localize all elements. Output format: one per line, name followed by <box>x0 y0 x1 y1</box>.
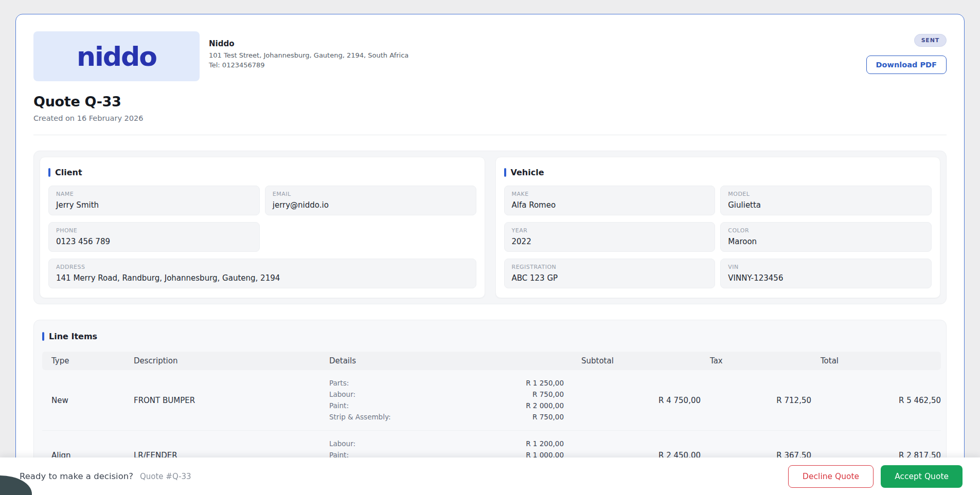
table-row: New FRONT BUMPER Parts: R 1 250,00 Labou… <box>42 370 941 431</box>
vehicle-fields: MAKE Alfa Romeo MODEL Giulietta YEAR 202… <box>504 186 932 288</box>
vehicle-model-field: MODEL Giulietta <box>720 186 932 215</box>
company-phone: Tel: 0123456789 <box>209 61 408 69</box>
client-name-field: NAME Jerry Smith <box>48 186 260 215</box>
vehicle-vin-field: VIN VINNY-123456 <box>720 259 932 288</box>
item-type: New <box>42 370 124 431</box>
vehicle-year-field: YEAR 2022 <box>504 222 716 252</box>
decision-buttons: Decline Quote Accept Quote <box>788 465 963 488</box>
vehicle-registration-field: REGISTRATION ABC 123 GP <box>504 259 716 288</box>
quote-card: niddo Niddo 101 Test Street, Johannesbur… <box>15 14 965 495</box>
niddo-logo-text: niddo <box>77 43 156 70</box>
client-phone-field: PHONE 0123 456 789 <box>48 222 260 252</box>
client-email-field: EMAIL jerry@niddo.io <box>265 186 476 215</box>
quote-reference: Quote #Q-33 <box>140 472 191 481</box>
column-header-details: Details <box>320 352 572 370</box>
heading-accent-bar <box>504 168 506 177</box>
download-pdf-button[interactable]: Download PDF <box>866 56 947 74</box>
column-header-tax: Tax <box>701 352 811 370</box>
header-actions: SENT Download PDF <box>866 31 947 74</box>
empty-grid-cell <box>265 222 476 252</box>
accept-quote-button[interactable]: Accept Quote <box>881 465 963 488</box>
client-fields: NAME Jerry Smith EMAIL jerry@niddo.io PH… <box>48 186 476 288</box>
column-header-subtotal: Subtotal <box>572 352 701 370</box>
header-divider <box>33 135 947 135</box>
table-header-row: Type Description Details Subtotal Tax To… <box>42 352 941 370</box>
vehicle-make-field: MAKE Alfa Romeo <box>504 186 716 215</box>
item-description: FRONT BUMPER <box>124 370 320 431</box>
company-info: Niddo 101 Test Street, Johannesburg, Gau… <box>209 31 408 71</box>
vehicle-heading: Vehicle <box>504 168 932 177</box>
client-card: Client NAME Jerry Smith EMAIL jerry@nidd… <box>40 157 485 298</box>
quote-header: niddo Niddo 101 Test Street, Johannesbur… <box>33 31 947 81</box>
item-total: R 5 462,50 <box>811 370 941 431</box>
company-name: Niddo <box>209 39 408 48</box>
heading-accent-bar <box>48 168 50 177</box>
column-header-type: Type <box>42 352 124 370</box>
decline-quote-button[interactable]: Decline Quote <box>788 465 874 488</box>
decision-prompt: Ready to make a decision? <box>20 471 133 481</box>
item-tax: R 712,50 <box>701 370 811 431</box>
company-address: 101 Test Street, Johannesburg, Gauteng, … <box>209 51 408 59</box>
heading-accent-bar <box>42 332 44 341</box>
column-header-description: Description <box>124 352 320 370</box>
client-address-field: ADDRESS 141 Merry Road, Randburg, Johann… <box>48 259 476 288</box>
line-items-heading: Line Items <box>42 332 938 341</box>
company-logo: niddo <box>33 31 200 81</box>
created-date: Created on 16 February 2026 <box>33 114 947 122</box>
client-heading: Client <box>48 168 476 177</box>
vehicle-card: Vehicle MAKE Alfa Romeo MODEL Giulietta … <box>495 157 941 298</box>
item-details: Parts: R 1 250,00 Labour: R 750,00 Paint… <box>320 370 572 431</box>
column-header-total: Total <box>811 352 941 370</box>
decision-bar: Ready to make a decision? Quote #Q-33 De… <box>0 457 980 495</box>
vehicle-color-field: COLOR Maroon <box>720 222 932 252</box>
status-badge: SENT <box>914 34 947 47</box>
page-title: Quote Q-33 <box>33 94 947 109</box>
item-subtotal: R 4 750,00 <box>572 370 701 431</box>
info-section: Client NAME Jerry Smith EMAIL jerry@nidd… <box>33 151 947 304</box>
